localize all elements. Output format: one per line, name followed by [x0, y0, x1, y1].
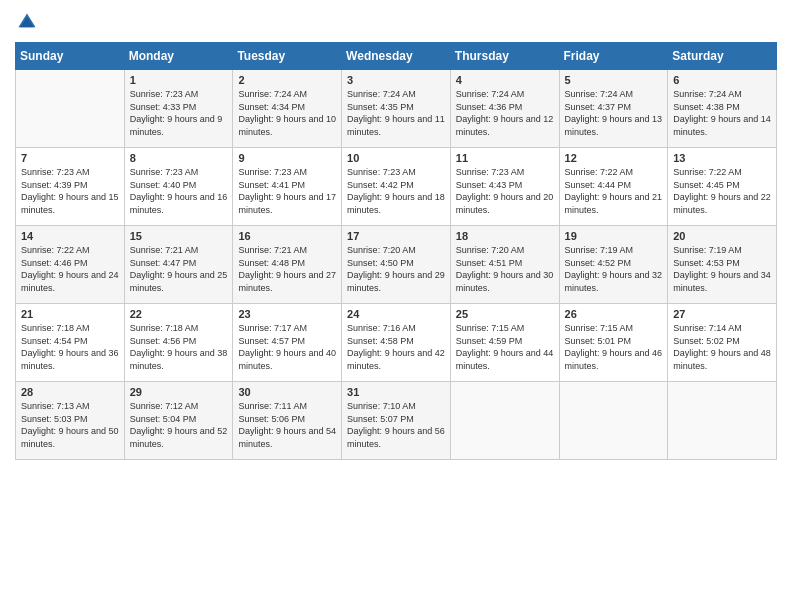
day-number: 29	[130, 386, 228, 398]
day-info: Sunrise: 7:22 AMSunset: 4:44 PMDaylight:…	[565, 166, 663, 216]
day-info: Sunrise: 7:23 AMSunset: 4:41 PMDaylight:…	[238, 166, 336, 216]
day-cell: 28 Sunrise: 7:13 AMSunset: 5:03 PMDaylig…	[16, 382, 125, 460]
day-cell: 14 Sunrise: 7:22 AMSunset: 4:46 PMDaylig…	[16, 226, 125, 304]
day-number: 16	[238, 230, 336, 242]
week-row-2: 14 Sunrise: 7:22 AMSunset: 4:46 PMDaylig…	[16, 226, 777, 304]
header	[15, 10, 777, 34]
day-cell: 5 Sunrise: 7:24 AMSunset: 4:37 PMDayligh…	[559, 70, 668, 148]
day-number: 3	[347, 74, 445, 86]
day-cell: 2 Sunrise: 7:24 AMSunset: 4:34 PMDayligh…	[233, 70, 342, 148]
week-row-3: 21 Sunrise: 7:18 AMSunset: 4:54 PMDaylig…	[16, 304, 777, 382]
day-cell: 18 Sunrise: 7:20 AMSunset: 4:51 PMDaylig…	[450, 226, 559, 304]
day-info: Sunrise: 7:11 AMSunset: 5:06 PMDaylight:…	[238, 400, 336, 450]
header-cell-saturday: Saturday	[668, 43, 777, 70]
day-number: 11	[456, 152, 554, 164]
day-number: 17	[347, 230, 445, 242]
day-number: 13	[673, 152, 771, 164]
day-info: Sunrise: 7:21 AMSunset: 4:48 PMDaylight:…	[238, 244, 336, 294]
day-number: 24	[347, 308, 445, 320]
day-info: Sunrise: 7:21 AMSunset: 4:47 PMDaylight:…	[130, 244, 228, 294]
day-number: 26	[565, 308, 663, 320]
day-info: Sunrise: 7:10 AMSunset: 5:07 PMDaylight:…	[347, 400, 445, 450]
day-cell	[450, 382, 559, 460]
logo-icon	[15, 10, 39, 34]
day-info: Sunrise: 7:22 AMSunset: 4:46 PMDaylight:…	[21, 244, 119, 294]
day-info: Sunrise: 7:20 AMSunset: 4:51 PMDaylight:…	[456, 244, 554, 294]
day-cell	[559, 382, 668, 460]
day-info: Sunrise: 7:23 AMSunset: 4:39 PMDaylight:…	[21, 166, 119, 216]
day-cell: 8 Sunrise: 7:23 AMSunset: 4:40 PMDayligh…	[124, 148, 233, 226]
header-cell-wednesday: Wednesday	[342, 43, 451, 70]
header-cell-tuesday: Tuesday	[233, 43, 342, 70]
day-number: 5	[565, 74, 663, 86]
day-cell: 12 Sunrise: 7:22 AMSunset: 4:44 PMDaylig…	[559, 148, 668, 226]
calendar-table: SundayMondayTuesdayWednesdayThursdayFrid…	[15, 42, 777, 460]
page-container: SundayMondayTuesdayWednesdayThursdayFrid…	[0, 0, 792, 470]
day-cell: 6 Sunrise: 7:24 AMSunset: 4:38 PMDayligh…	[668, 70, 777, 148]
day-cell: 3 Sunrise: 7:24 AMSunset: 4:35 PMDayligh…	[342, 70, 451, 148]
day-number: 31	[347, 386, 445, 398]
day-cell: 19 Sunrise: 7:19 AMSunset: 4:52 PMDaylig…	[559, 226, 668, 304]
day-cell: 30 Sunrise: 7:11 AMSunset: 5:06 PMDaylig…	[233, 382, 342, 460]
logo	[15, 10, 43, 34]
day-number: 10	[347, 152, 445, 164]
day-cell: 15 Sunrise: 7:21 AMSunset: 4:47 PMDaylig…	[124, 226, 233, 304]
day-info: Sunrise: 7:12 AMSunset: 5:04 PMDaylight:…	[130, 400, 228, 450]
day-number: 7	[21, 152, 119, 164]
day-cell: 20 Sunrise: 7:19 AMSunset: 4:53 PMDaylig…	[668, 226, 777, 304]
day-info: Sunrise: 7:23 AMSunset: 4:43 PMDaylight:…	[456, 166, 554, 216]
day-number: 15	[130, 230, 228, 242]
day-cell: 10 Sunrise: 7:23 AMSunset: 4:42 PMDaylig…	[342, 148, 451, 226]
day-info: Sunrise: 7:19 AMSunset: 4:52 PMDaylight:…	[565, 244, 663, 294]
day-info: Sunrise: 7:15 AMSunset: 4:59 PMDaylight:…	[456, 322, 554, 372]
day-cell: 16 Sunrise: 7:21 AMSunset: 4:48 PMDaylig…	[233, 226, 342, 304]
day-info: Sunrise: 7:22 AMSunset: 4:45 PMDaylight:…	[673, 166, 771, 216]
day-cell: 27 Sunrise: 7:14 AMSunset: 5:02 PMDaylig…	[668, 304, 777, 382]
day-number: 23	[238, 308, 336, 320]
day-cell: 29 Sunrise: 7:12 AMSunset: 5:04 PMDaylig…	[124, 382, 233, 460]
day-number: 27	[673, 308, 771, 320]
day-cell: 23 Sunrise: 7:17 AMSunset: 4:57 PMDaylig…	[233, 304, 342, 382]
day-cell: 25 Sunrise: 7:15 AMSunset: 4:59 PMDaylig…	[450, 304, 559, 382]
day-cell: 26 Sunrise: 7:15 AMSunset: 5:01 PMDaylig…	[559, 304, 668, 382]
day-info: Sunrise: 7:19 AMSunset: 4:53 PMDaylight:…	[673, 244, 771, 294]
day-number: 28	[21, 386, 119, 398]
day-info: Sunrise: 7:23 AMSunset: 4:33 PMDaylight:…	[130, 88, 228, 138]
day-number: 4	[456, 74, 554, 86]
day-cell	[16, 70, 125, 148]
day-info: Sunrise: 7:15 AMSunset: 5:01 PMDaylight:…	[565, 322, 663, 372]
day-number: 21	[21, 308, 119, 320]
day-cell: 4 Sunrise: 7:24 AMSunset: 4:36 PMDayligh…	[450, 70, 559, 148]
header-cell-monday: Monday	[124, 43, 233, 70]
day-number: 22	[130, 308, 228, 320]
header-row: SundayMondayTuesdayWednesdayThursdayFrid…	[16, 43, 777, 70]
day-cell: 11 Sunrise: 7:23 AMSunset: 4:43 PMDaylig…	[450, 148, 559, 226]
header-cell-friday: Friday	[559, 43, 668, 70]
day-number: 25	[456, 308, 554, 320]
day-info: Sunrise: 7:23 AMSunset: 4:40 PMDaylight:…	[130, 166, 228, 216]
day-number: 6	[673, 74, 771, 86]
day-number: 30	[238, 386, 336, 398]
day-cell: 13 Sunrise: 7:22 AMSunset: 4:45 PMDaylig…	[668, 148, 777, 226]
day-number: 1	[130, 74, 228, 86]
day-cell: 9 Sunrise: 7:23 AMSunset: 4:41 PMDayligh…	[233, 148, 342, 226]
day-number: 12	[565, 152, 663, 164]
header-cell-sunday: Sunday	[16, 43, 125, 70]
day-number: 19	[565, 230, 663, 242]
header-cell-thursday: Thursday	[450, 43, 559, 70]
day-cell: 7 Sunrise: 7:23 AMSunset: 4:39 PMDayligh…	[16, 148, 125, 226]
day-number: 2	[238, 74, 336, 86]
day-cell: 22 Sunrise: 7:18 AMSunset: 4:56 PMDaylig…	[124, 304, 233, 382]
day-cell: 31 Sunrise: 7:10 AMSunset: 5:07 PMDaylig…	[342, 382, 451, 460]
day-info: Sunrise: 7:20 AMSunset: 4:50 PMDaylight:…	[347, 244, 445, 294]
day-info: Sunrise: 7:18 AMSunset: 4:56 PMDaylight:…	[130, 322, 228, 372]
day-info: Sunrise: 7:24 AMSunset: 4:36 PMDaylight:…	[456, 88, 554, 138]
day-info: Sunrise: 7:13 AMSunset: 5:03 PMDaylight:…	[21, 400, 119, 450]
day-cell: 24 Sunrise: 7:16 AMSunset: 4:58 PMDaylig…	[342, 304, 451, 382]
day-number: 9	[238, 152, 336, 164]
day-info: Sunrise: 7:24 AMSunset: 4:35 PMDaylight:…	[347, 88, 445, 138]
day-number: 18	[456, 230, 554, 242]
day-number: 20	[673, 230, 771, 242]
week-row-1: 7 Sunrise: 7:23 AMSunset: 4:39 PMDayligh…	[16, 148, 777, 226]
day-info: Sunrise: 7:18 AMSunset: 4:54 PMDaylight:…	[21, 322, 119, 372]
